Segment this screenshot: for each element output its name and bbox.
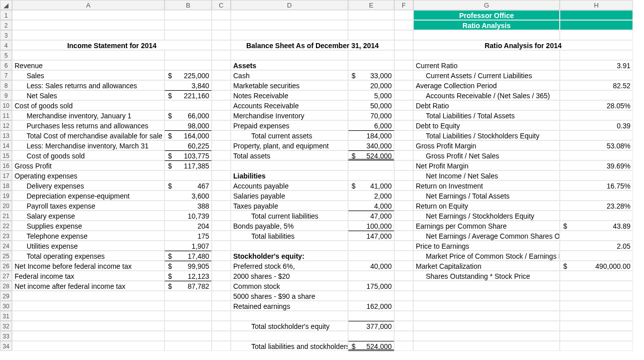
cell[interactable]: Earnings per Common Share	[413, 221, 560, 231]
col-header[interactable]: B	[165, 0, 212, 10]
cell[interactable]	[394, 221, 413, 231]
cell[interactable]: 0.39	[560, 120, 633, 130]
cell[interactable]	[560, 30, 633, 40]
subtitle-green[interactable]: Ratio Analysis	[413, 20, 560, 30]
cell[interactable]: Total assets	[231, 150, 348, 160]
cell[interactable]: 70,000	[348, 110, 394, 120]
cell[interactable]	[560, 130, 633, 140]
cell[interactable]: $103,775	[165, 150, 212, 160]
col-header[interactable]: D	[231, 0, 348, 10]
cell[interactable]	[165, 20, 212, 30]
cell[interactable]	[212, 281, 231, 291]
cell[interactable]	[212, 150, 231, 160]
cell[interactable]	[394, 331, 413, 341]
cell[interactable]: 28.05%	[560, 100, 633, 110]
cell[interactable]: Market Price of Common Stock / Earnings …	[413, 251, 560, 261]
row-header[interactable]: 16	[0, 160, 12, 170]
cell[interactable]	[560, 211, 633, 221]
cell[interactable]	[394, 291, 413, 301]
cell[interactable]: 20,000	[348, 80, 394, 90]
cell[interactable]	[212, 20, 231, 30]
row-header[interactable]: 17	[0, 170, 12, 181]
title-ratio[interactable]: Ratio Analysis for 2014	[413, 40, 633, 50]
cell[interactable]	[212, 140, 231, 150]
cell[interactable]: $117,385	[165, 160, 212, 170]
cell[interactable]: 6,000	[348, 120, 394, 130]
cell[interactable]	[413, 50, 560, 60]
cell[interactable]	[394, 80, 413, 90]
cell[interactable]: 16.75%	[560, 181, 633, 191]
row-header[interactable]: 2	[0, 20, 12, 30]
row-header[interactable]: 29	[0, 291, 12, 301]
cell[interactable]: 3,600	[165, 191, 212, 201]
cell[interactable]	[413, 281, 560, 291]
cell[interactable]: $43.89	[560, 221, 633, 231]
cell[interactable]: Accounts Receivable / (Net Sales / 365)	[413, 90, 560, 100]
cell[interactable]	[348, 311, 394, 321]
cell[interactable]	[560, 10, 633, 20]
cell[interactable]	[394, 170, 413, 181]
cell[interactable]	[394, 321, 413, 331]
cell[interactable]	[12, 291, 165, 301]
cell[interactable]: Net Profit Margin	[413, 160, 560, 170]
cell[interactable]: 100,000	[348, 221, 394, 231]
cell[interactable]: 40,000	[348, 261, 394, 271]
cell[interactable]: Net Earnings / Average Common Shares Out…	[413, 231, 560, 241]
cell[interactable]: Accounts Receivable	[231, 100, 348, 110]
cell[interactable]: Property, plant, and equipment	[231, 140, 348, 150]
cell[interactable]: Total Liabilities / Stockholders Equity	[413, 130, 560, 140]
cell[interactable]: Salaries payable	[231, 191, 348, 201]
row-header[interactable]: 9	[0, 90, 12, 100]
cell[interactable]: Total Cost of merchandise available for …	[12, 130, 165, 140]
cell[interactable]	[560, 170, 633, 181]
cell[interactable]	[394, 100, 413, 110]
cell[interactable]	[165, 170, 212, 181]
row-header[interactable]: 12	[0, 120, 12, 130]
cell[interactable]	[394, 281, 413, 291]
cell[interactable]: $221,160	[165, 90, 212, 100]
cell[interactable]	[348, 160, 394, 170]
cell[interactable]: Supplies expense	[12, 221, 165, 231]
cell[interactable]: Marketable securities	[231, 80, 348, 90]
cell[interactable]	[165, 100, 212, 110]
row-header[interactable]: 8	[0, 80, 12, 90]
cell[interactable]: $490,000.00	[560, 261, 633, 271]
cell[interactable]	[212, 100, 231, 110]
cell[interactable]: Total Liabilities / Total Assets	[413, 110, 560, 120]
row-header[interactable]: 15	[0, 150, 12, 160]
cell[interactable]	[212, 341, 231, 351]
cell[interactable]: 5000 shares - $90 a share	[231, 291, 348, 301]
cell[interactable]: 147,000	[348, 231, 394, 241]
row-header[interactable]: 22	[0, 221, 12, 231]
cell[interactable]: Debt to Equity	[413, 120, 560, 130]
cell[interactable]	[394, 90, 413, 100]
cell[interactable]: 39.69%	[560, 160, 633, 170]
cell[interactable]	[560, 271, 633, 281]
cell[interactable]: 2000 shares - $20	[231, 271, 348, 281]
col-header[interactable]: C	[212, 0, 231, 10]
cell[interactable]	[212, 10, 231, 20]
cell[interactable]: Common stock	[231, 281, 348, 291]
cell[interactable]: $467	[165, 181, 212, 191]
cell[interactable]	[394, 150, 413, 160]
cell[interactable]	[348, 331, 394, 341]
row-header[interactable]: 1	[0, 10, 12, 20]
cell[interactable]	[413, 30, 560, 40]
cell[interactable]: Return on Investment	[413, 181, 560, 191]
cell[interactable]: Debt Ratio	[413, 100, 560, 110]
cell[interactable]: 60,225	[165, 140, 212, 150]
cell[interactable]	[348, 20, 394, 30]
title-income[interactable]: Income Statement for 2014	[12, 40, 212, 50]
row-header[interactable]: 31	[0, 311, 12, 321]
cell[interactable]	[413, 301, 560, 311]
cell[interactable]	[348, 60, 394, 70]
cell[interactable]	[413, 321, 560, 331]
cell[interactable]	[12, 341, 165, 351]
row-header[interactable]: 11	[0, 110, 12, 120]
cell[interactable]	[560, 331, 633, 341]
cell[interactable]	[348, 251, 394, 261]
cell[interactable]	[212, 251, 231, 261]
cell[interactable]: 4,000	[348, 201, 394, 211]
cell[interactable]	[394, 201, 413, 211]
cell[interactable]	[394, 251, 413, 261]
